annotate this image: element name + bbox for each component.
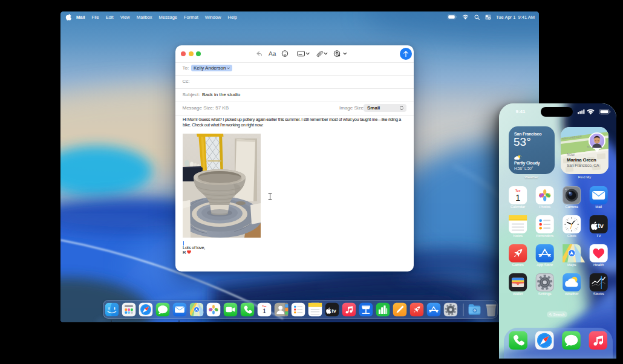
svg-text:Aa: Aa	[269, 51, 276, 57]
svg-text:1: 1	[515, 193, 520, 203]
svg-text:tv: tv	[598, 223, 604, 230]
svg-text:Maps: Maps	[567, 263, 576, 267]
svg-text:Reminders: Reminders	[536, 234, 553, 238]
svg-text:tv: tv	[331, 308, 336, 314]
svg-text:Games: Games	[512, 263, 523, 267]
svg-text:Stocks: Stocks	[593, 292, 604, 296]
svg-text:Tue: Tue	[263, 305, 267, 308]
svg-text:1: 1	[263, 308, 266, 316]
svg-text:Mail: Mail	[595, 205, 602, 209]
svg-text:Wallet: Wallet	[512, 292, 523, 296]
svg-text:Settings: Settings	[538, 292, 551, 296]
svg-text:TV: TV	[596, 234, 601, 238]
svg-text:Weather: Weather	[564, 292, 578, 296]
svg-text:App Store: App Store	[537, 263, 553, 267]
svg-text:Notes: Notes	[513, 234, 523, 238]
svg-text:Calendar: Calendar	[510, 205, 525, 209]
svg-text:Health: Health	[593, 263, 604, 267]
svg-text:Tue: Tue	[515, 189, 520, 193]
svg-text:Clock: Clock	[567, 234, 576, 238]
svg-text:Photos: Photos	[539, 205, 550, 209]
svg-text:Camera: Camera	[565, 205, 578, 209]
